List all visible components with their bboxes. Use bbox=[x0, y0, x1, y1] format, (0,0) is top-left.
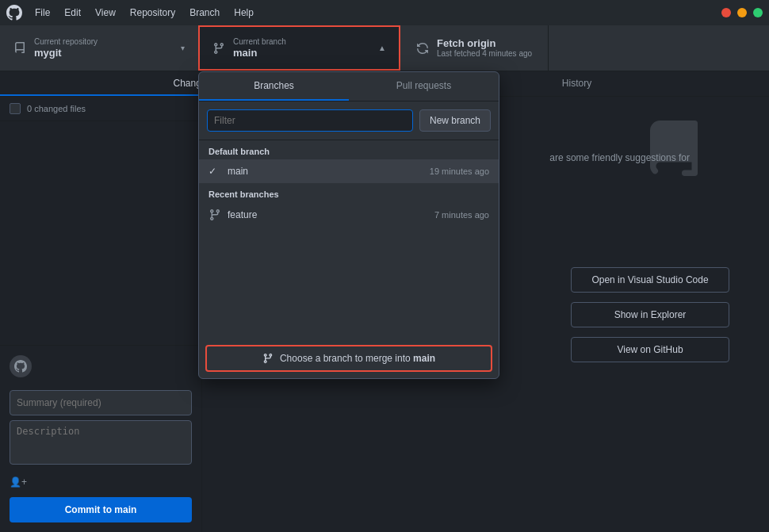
default-branch-header: Default branch bbox=[199, 140, 499, 159]
actions-group: Open in Visual Studio Code Show in Explo… bbox=[571, 267, 729, 362]
repo-chevron-icon: ▾ bbox=[181, 44, 185, 52]
menu-repository[interactable]: Repository bbox=[124, 4, 182, 21]
title-bar-left: File Edit View Repository Branch Help bbox=[6, 4, 260, 21]
minimize-button[interactable] bbox=[737, 8, 747, 17]
fetch-info: Fetch origin Last fetched 4 minutes ago bbox=[437, 37, 532, 59]
branch-label: Current branch bbox=[233, 37, 286, 47]
show-explorer-button[interactable]: Show in Explorer bbox=[571, 302, 729, 327]
title-bar: File Edit View Repository Branch Help bbox=[0, 0, 769, 25]
choose-branch-merge-button[interactable]: Choose a branch to merge into main bbox=[205, 345, 492, 372]
branch-chevron-icon: ▲ bbox=[378, 44, 386, 52]
branch-time-feature: 7 minutes ago bbox=[434, 210, 489, 220]
menu-branch[interactable]: Branch bbox=[183, 4, 226, 21]
branch-name: main bbox=[233, 47, 286, 59]
fetch-sub: Last fetched 4 minutes ago bbox=[437, 49, 532, 59]
branch-name-feature: feature bbox=[228, 209, 428, 220]
changed-files-header: 0 changed files bbox=[0, 97, 201, 121]
current-branch-button[interactable]: Current branch main ▲ bbox=[198, 25, 400, 71]
dropdown-tab-branches[interactable]: Branches bbox=[199, 72, 349, 101]
avatar bbox=[10, 355, 32, 377]
summary-input[interactable] bbox=[10, 390, 192, 415]
title-bar-controls bbox=[721, 8, 763, 17]
menu-file[interactable]: File bbox=[29, 4, 56, 21]
current-repo-button[interactable]: Current repository mygit ▾ bbox=[0, 25, 198, 71]
merge-btn-text: Choose a branch to merge into main bbox=[280, 353, 435, 364]
dropdown-spacer bbox=[199, 228, 499, 339]
branch-info: Current branch main bbox=[233, 37, 286, 59]
repo-icon bbox=[13, 42, 26, 55]
sync-icon bbox=[416, 42, 429, 55]
fetch-origin-button[interactable]: Fetch origin Last fetched 4 minutes ago bbox=[400, 25, 549, 71]
open-vscode-button[interactable]: Open in Visual Studio Code bbox=[571, 267, 729, 293]
merge-icon bbox=[262, 353, 274, 364]
close-button[interactable] bbox=[721, 8, 731, 17]
check-icon: ✓ bbox=[209, 166, 221, 177]
view-github-button[interactable]: View on GitHub bbox=[571, 337, 729, 362]
sidebar: 0 changed files 👤+ Commit to main bbox=[0, 97, 202, 532]
maximize-button[interactable] bbox=[753, 8, 763, 17]
menu-bar: File Edit View Repository Branch Help bbox=[29, 4, 260, 21]
commit-button[interactable]: Commit to main bbox=[10, 497, 192, 522]
branch-time-main: 19 minutes ago bbox=[430, 166, 489, 176]
select-all-checkbox[interactable] bbox=[10, 103, 21, 114]
description-input[interactable] bbox=[10, 420, 192, 465]
branch-icon bbox=[212, 42, 225, 55]
repo-label: Current repository bbox=[34, 37, 98, 47]
menu-edit[interactable]: Edit bbox=[58, 4, 87, 21]
commit-area: 👤+ Commit to main bbox=[0, 345, 201, 532]
add-person-icon: 👤+ bbox=[10, 477, 27, 488]
add-coauthor-button[interactable]: 👤+ bbox=[10, 473, 192, 491]
suggestions-text: are some friendly suggestions for bbox=[549, 152, 690, 163]
repo-name: mygit bbox=[34, 47, 98, 59]
files-list bbox=[0, 121, 201, 345]
filter-row: New branch bbox=[199, 101, 499, 140]
fetch-label: Fetch origin bbox=[437, 37, 532, 49]
feature-branch-icon bbox=[209, 209, 221, 221]
menu-help[interactable]: Help bbox=[228, 4, 260, 21]
branch-name-main: main bbox=[228, 166, 423, 177]
new-branch-button[interactable]: New branch bbox=[419, 109, 491, 132]
branch-item-main[interactable]: ✓ main 19 minutes ago bbox=[199, 159, 499, 183]
branch-filter-input[interactable] bbox=[207, 109, 413, 132]
repo-info: Current repository mygit bbox=[34, 37, 98, 59]
dropdown-tab-pull-requests[interactable]: Pull requests bbox=[349, 72, 499, 101]
changed-files-count: 0 changed files bbox=[27, 104, 86, 113]
dropdown-tabs: Branches Pull requests bbox=[199, 72, 499, 101]
toolbar: Current repository mygit ▾ Current branc… bbox=[0, 25, 769, 71]
menu-view[interactable]: View bbox=[89, 4, 122, 21]
branch-item-feature[interactable]: feature 7 minutes ago bbox=[199, 202, 499, 228]
branch-dropdown: Branches Pull requests New branch Defaul… bbox=[198, 71, 499, 379]
recent-branches-header: Recent branches bbox=[199, 183, 499, 202]
github-logo-icon bbox=[6, 5, 22, 21]
